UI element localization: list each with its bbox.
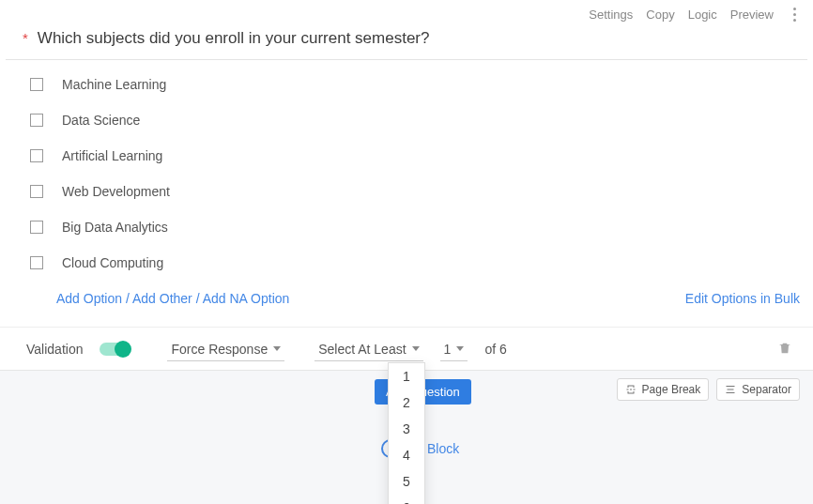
validation-toggle[interactable] [100, 343, 130, 356]
min-count-menu: 1 2 3 4 5 6 [388, 362, 425, 504]
force-response-dropdown[interactable]: Force Response [167, 338, 284, 361]
question-text[interactable]: Which subjects did you enroll in your cu… [38, 29, 430, 48]
option-links-row: Add Option / Add Other / Add NA Option E… [0, 291, 813, 306]
min-count-option[interactable]: 4 [389, 442, 424, 468]
sep: / [196, 291, 203, 306]
page-break-button[interactable]: Page Break [617, 378, 710, 401]
required-mark: * [23, 31, 28, 45]
option-label[interactable]: Artificial Learning [62, 148, 162, 163]
option-item: Artificial Learning [30, 148, 787, 163]
min-count-option[interactable]: 5 [389, 468, 424, 495]
min-count-option[interactable]: 6 [389, 495, 424, 504]
page-break-icon [625, 384, 637, 395]
min-count-dropdown[interactable]: 1 [440, 338, 468, 361]
add-block-link[interactable]: Block [427, 441, 459, 456]
sep: / [126, 291, 132, 306]
select-at-least-label: Select At Least [318, 342, 406, 357]
edit-bulk-link[interactable]: Edit Options in Bulk [685, 291, 800, 306]
copy-link[interactable]: Copy [646, 8, 674, 22]
separator-button[interactable]: Separator [716, 378, 800, 401]
checkbox[interactable] [30, 114, 43, 127]
option-item: Machine Learning [30, 77, 787, 92]
option-label[interactable]: Web Development [62, 184, 170, 199]
checkbox[interactable] [30, 78, 43, 91]
of-total-label: of 6 [484, 342, 506, 357]
option-label[interactable]: Cloud Computing [62, 255, 163, 270]
checkbox[interactable] [30, 256, 43, 269]
page-break-label: Page Break [642, 383, 701, 396]
settings-link[interactable]: Settings [589, 8, 633, 22]
more-menu-icon[interactable] [787, 8, 802, 22]
question-row: * Which subjects did you enroll in your … [6, 27, 807, 60]
min-count-option[interactable]: 2 [389, 389, 424, 416]
option-label[interactable]: Data Science [62, 113, 140, 128]
option-item: Data Science [30, 113, 787, 128]
delete-icon[interactable] [777, 341, 792, 359]
select-at-least-dropdown[interactable]: Select At Least [314, 338, 422, 361]
preview-link[interactable]: Preview [730, 8, 774, 22]
add-option-link[interactable]: Add Option [56, 291, 122, 306]
option-item: Web Development [30, 184, 787, 199]
separator-label: Separator [742, 383, 791, 396]
chevron-down-icon [456, 346, 464, 351]
options-list: Machine Learning Data Science Artificial… [0, 77, 813, 270]
checkbox[interactable] [30, 185, 43, 198]
add-other-link[interactable]: Add Other [132, 291, 192, 306]
validation-label: Validation [26, 342, 83, 357]
checkbox[interactable] [30, 149, 43, 162]
add-na-link[interactable]: Add NA Option [203, 291, 290, 306]
footer-buttons: Page Break Separator [617, 378, 800, 401]
option-item: Cloud Computing [30, 255, 787, 270]
min-count-value: 1 [444, 342, 452, 357]
option-item: Big Data Analytics [30, 220, 787, 235]
separator-icon [725, 384, 736, 395]
min-count-option[interactable]: 3 [389, 416, 424, 442]
chevron-down-icon [273, 346, 281, 351]
min-count-option[interactable]: 1 [389, 363, 424, 389]
option-label[interactable]: Machine Learning [62, 77, 166, 92]
chevron-down-icon [412, 346, 420, 351]
option-label[interactable]: Big Data Analytics [62, 220, 168, 235]
checkbox[interactable] [30, 221, 43, 234]
force-response-label: Force Response [171, 342, 268, 357]
logic-link[interactable]: Logic [688, 8, 717, 22]
question-toolbar: Settings Copy Logic Preview [0, 0, 813, 27]
